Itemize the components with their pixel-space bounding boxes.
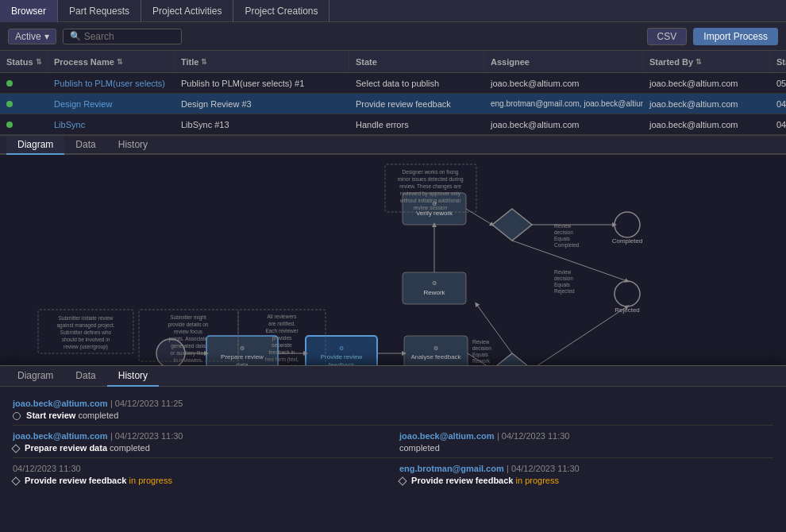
svg-text:Completed: Completed — [554, 242, 580, 249]
svg-text:generated data: generated data — [171, 343, 206, 349]
svg-rect-0 — [24, 155, 762, 389]
svg-text:Submitter might: Submitter might — [170, 314, 206, 321]
history-entry: 04/12/2023 11:30 Provide review feedback… — [13, 458, 773, 490]
sort-status-icon[interactable]: ⇅ — [36, 58, 42, 66]
row2-started-by: joao.beck@altium.com — [643, 94, 770, 114]
svg-text:provide details on: provide details on — [168, 322, 209, 328]
svg-text:Provide review: Provide review — [321, 353, 363, 360]
nav-tab-browser[interactable]: Browser — [0, 0, 58, 22]
svg-text:Submitter initiate review: Submitter initiate review — [59, 315, 114, 321]
svg-text:⚙: ⚙ — [433, 345, 438, 351]
table-row[interactable]: LibSync LibSync #13 Handle errors joao.b… — [0, 114, 786, 135]
action-name: Provide review feedback — [25, 476, 126, 485]
history-entry: joao.beck@altium.com | 04/12/2023 11:30 … — [13, 426, 773, 458]
col-assignee: Assignee — [484, 51, 643, 72]
bottom-panel: Diagram Data History joao.beck@altium.co… — [0, 365, 786, 532]
history-action: Start review completed — [13, 411, 773, 420]
history-date-right-val: 04/12/2023 11:30 — [502, 431, 570, 441]
tab-data[interactable]: Data — [64, 136, 106, 155]
sort-title-icon[interactable]: ⇅ — [201, 58, 207, 66]
chevron-down-icon: ▾ — [44, 31, 49, 42]
action-name: Start review — [26, 411, 75, 420]
history-action-right: completed — [399, 443, 773, 453]
svg-text:free form (text,: free form (text, — [265, 357, 299, 363]
svg-text:Designer works on fixing: Designer works on fixing — [403, 169, 459, 175]
row3-process-name[interactable]: LibSync — [48, 114, 175, 134]
row2-status — [0, 94, 48, 114]
diagram-svg: Start review ⚙ Prepare review data ⚙ Pro… — [0, 155, 786, 389]
row3-title: LibSync #13 — [175, 114, 349, 134]
bottom-tab-history[interactable]: History — [107, 366, 159, 387]
svg-text:Equals: Equals — [554, 236, 571, 242]
row2-assignee: eng.brotman@gmail.com, joao.beck@altium.… — [484, 94, 643, 114]
nav-tab-project-creations[interactable]: Project Creations — [233, 0, 329, 22]
svg-text:Submitter defines who: Submitter defines who — [60, 330, 112, 335]
history-user: joao.beck@altium.com — [13, 399, 108, 408]
table-row[interactable]: Design Review Design Review #3 Provide r… — [0, 94, 786, 114]
bottom-tab-data[interactable]: Data — [64, 366, 106, 387]
history-entry: joao.beck@altium.com | 04/12/2023 11:25 … — [13, 393, 773, 426]
status-text: completed — [110, 443, 150, 453]
svg-text:separate: separate — [272, 342, 292, 349]
history-action: Prepare review data completed — [13, 443, 387, 453]
status-text: in progress — [129, 476, 172, 485]
search-input[interactable] — [84, 31, 179, 42]
history-date-only: 04/12/2023 11:30 — [13, 464, 81, 473]
tab-diagram[interactable]: Diagram — [6, 136, 64, 155]
import-process-button[interactable]: Import Process — [693, 28, 778, 45]
diamond-icon — [11, 445, 20, 453]
table-row[interactable]: Publish to PLM(user selects) Publish to … — [0, 73, 786, 94]
diagram-area: Start review ⚙ Prepare review data ⚙ Pro… — [0, 155, 786, 389]
svg-text:⚙: ⚙ — [432, 280, 437, 286]
col-started-by: Started By ⇅ — [643, 51, 770, 72]
table-header: Status ⇅ Process Name ⇅ Title ⇅ State As… — [0, 51, 786, 73]
nav-tab-part-requests[interactable]: Part Requests — [58, 0, 141, 22]
search-icon: 🔍 — [70, 31, 81, 41]
svg-text:Rework: Rework — [472, 358, 491, 364]
svg-rect-17 — [403, 272, 466, 304]
history-content: joao.beck@altium.com | 04/12/2023 11:25 … — [0, 387, 786, 524]
history-date-val: 04/12/2023 11:30 — [115, 431, 183, 441]
history-user: joao.beck@altium.com — [13, 431, 108, 441]
svg-text:review session: review session — [414, 205, 448, 210]
svg-text:Rework: Rework — [423, 289, 445, 296]
svg-text:Verify rework: Verify rework — [416, 210, 453, 217]
active-dropdown[interactable]: Active ▾ — [8, 29, 56, 44]
row2-state: Provide review feedback — [349, 94, 484, 114]
svg-text:against managed project.: against managed project. — [57, 322, 115, 329]
svg-text:⚙: ⚙ — [339, 345, 344, 351]
svg-text:to reviewers.: to reviewers. — [174, 357, 203, 363]
col-status: Status ⇅ — [0, 51, 48, 72]
history-action-right2: Provide review feedback in progress — [399, 476, 773, 485]
action-name-right: Provide review feedback — [411, 476, 513, 485]
status-text-right2: in progress — [516, 476, 559, 485]
svg-text:minor issues detected during: minor issues detected during — [397, 176, 463, 183]
svg-text:All reviewers: All reviewers — [268, 314, 298, 319]
history-date-right2-val: 04/12/2023 11:30 — [511, 464, 580, 473]
row3-started-at: 04/08/2023 15:56 — [770, 114, 786, 134]
search-box[interactable]: 🔍 — [63, 29, 182, 44]
row3-assignee: joao.beck@altium.com — [484, 114, 643, 134]
diamond-icon-right — [398, 477, 406, 486]
sort-process-icon[interactable]: ⇅ — [117, 58, 123, 66]
row1-status — [0, 73, 48, 93]
svg-point-24 — [615, 281, 640, 306]
row1-started-by: joao.beck@altium.com — [643, 73, 770, 93]
svg-text:review focus: review focus — [174, 329, 203, 334]
tab-history[interactable]: History — [107, 136, 159, 155]
row1-started-at: 05/04/2023 12:37 — [770, 73, 786, 93]
row1-process-name[interactable]: Publish to PLM(user selects) — [48, 73, 175, 93]
row3-state: Handle errors — [349, 114, 484, 134]
history-user-right: joao.beck@altium.com — [399, 431, 495, 441]
svg-text:decision: decision — [554, 229, 573, 235]
row1-assignee: joao.beck@altium.com — [484, 73, 643, 93]
row3-started-by: joao.beck@altium.com — [643, 114, 770, 134]
history-user-right2: eng.brotman@gmail.com — [399, 464, 504, 473]
row2-process-name[interactable]: Design Review — [48, 94, 175, 114]
svg-text:reviewed by approver only: reviewed by approver only — [400, 191, 461, 197]
svg-text:Rejected: Rejected — [554, 288, 575, 295]
csv-button[interactable]: CSV — [647, 28, 688, 45]
nav-tab-project-activities[interactable]: Project Activities — [141, 0, 233, 22]
bottom-tab-diagram[interactable]: Diagram — [6, 366, 64, 387]
sort-started-by-icon[interactable]: ⇅ — [695, 58, 702, 66]
